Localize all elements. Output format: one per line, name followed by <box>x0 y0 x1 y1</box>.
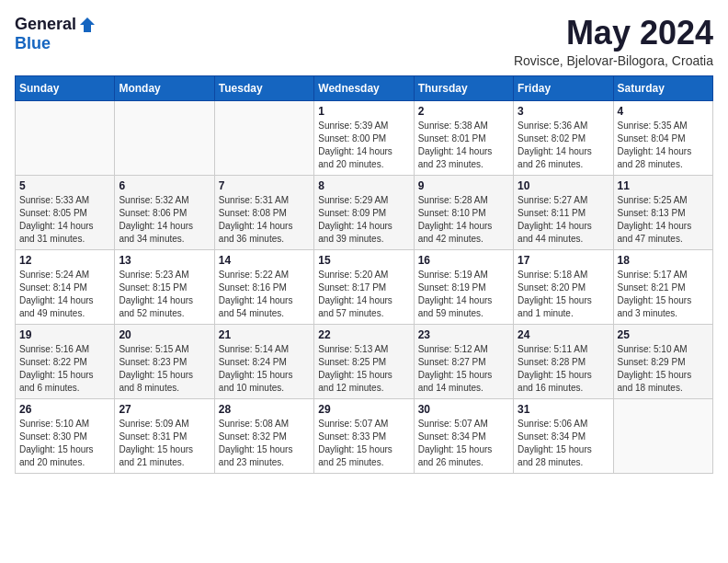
day-info: Sunrise: 5:13 AM Sunset: 8:25 PM Dayligh… <box>318 343 409 395</box>
day-info: Sunrise: 5:20 AM Sunset: 8:17 PM Dayligh… <box>318 269 409 320</box>
day-info: Sunrise: 5:12 AM Sunset: 8:27 PM Dayligh… <box>418 343 509 395</box>
day-number: 18 <box>618 254 709 267</box>
calendar-cell: 1Sunrise: 5:39 AM Sunset: 8:00 PM Daylig… <box>314 100 414 175</box>
calendar-cell: 24Sunrise: 5:11 AM Sunset: 8:28 PM Dayli… <box>514 324 613 398</box>
calendar-cell: 27Sunrise: 5:09 AM Sunset: 8:31 PM Dayli… <box>115 398 214 473</box>
calendar-cell: 31Sunrise: 5:06 AM Sunset: 8:34 PM Dayli… <box>514 398 613 473</box>
day-number: 3 <box>518 105 609 118</box>
day-info: Sunrise: 5:32 AM Sunset: 8:06 PM Dayligh… <box>119 194 210 246</box>
calendar-cell: 7Sunrise: 5:31 AM Sunset: 8:08 PM Daylig… <box>214 175 313 249</box>
svg-marker-0 <box>80 17 95 32</box>
day-number: 15 <box>318 254 409 267</box>
day-info: Sunrise: 5:07 AM Sunset: 8:33 PM Dayligh… <box>318 418 409 469</box>
day-number: 12 <box>19 254 110 267</box>
day-info: Sunrise: 5:39 AM Sunset: 8:00 PM Dayligh… <box>318 120 409 171</box>
day-info: Sunrise: 5:16 AM Sunset: 8:22 PM Dayligh… <box>19 343 110 395</box>
calendar-cell: 29Sunrise: 5:07 AM Sunset: 8:33 PM Dayli… <box>314 398 414 473</box>
day-info: Sunrise: 5:31 AM Sunset: 8:08 PM Dayligh… <box>219 194 310 246</box>
calendar-cell <box>214 100 313 175</box>
day-number: 22 <box>318 328 409 341</box>
day-info: Sunrise: 5:14 AM Sunset: 8:24 PM Dayligh… <box>219 343 310 395</box>
calendar-cell: 12Sunrise: 5:24 AM Sunset: 8:14 PM Dayli… <box>16 249 115 324</box>
day-info: Sunrise: 5:35 AM Sunset: 8:04 PM Dayligh… <box>618 120 709 171</box>
day-info: Sunrise: 5:19 AM Sunset: 8:19 PM Dayligh… <box>418 269 509 320</box>
calendar-cell: 6Sunrise: 5:32 AM Sunset: 8:06 PM Daylig… <box>115 175 214 249</box>
day-number: 27 <box>119 403 210 416</box>
calendar-cell: 16Sunrise: 5:19 AM Sunset: 8:19 PM Dayli… <box>414 249 513 324</box>
calendar-cell: 17Sunrise: 5:18 AM Sunset: 8:20 PM Dayli… <box>514 249 613 324</box>
calendar-week-row: 5Sunrise: 5:33 AM Sunset: 8:05 PM Daylig… <box>16 175 713 249</box>
calendar-cell <box>613 398 712 473</box>
location-text: Rovisce, Bjelovar-Bilogora, Croatia <box>514 53 713 68</box>
day-info: Sunrise: 5:22 AM Sunset: 8:16 PM Dayligh… <box>219 269 310 320</box>
day-number: 31 <box>518 403 609 416</box>
day-number: 5 <box>19 179 110 192</box>
calendar-cell: 26Sunrise: 5:10 AM Sunset: 8:30 PM Dayli… <box>16 398 115 473</box>
calendar-cell: 28Sunrise: 5:08 AM Sunset: 8:32 PM Dayli… <box>214 398 313 473</box>
calendar-cell: 9Sunrise: 5:28 AM Sunset: 8:10 PM Daylig… <box>414 175 513 249</box>
day-number: 24 <box>518 328 609 341</box>
day-info: Sunrise: 5:24 AM Sunset: 8:14 PM Dayligh… <box>19 269 110 320</box>
calendar-cell <box>115 100 214 175</box>
calendar-header-wednesday: Wednesday <box>314 75 414 100</box>
day-number: 25 <box>618 328 709 341</box>
day-number: 9 <box>418 179 509 192</box>
day-number: 23 <box>418 328 509 341</box>
calendar-header-monday: Monday <box>115 75 214 100</box>
day-number: 19 <box>19 328 110 341</box>
day-info: Sunrise: 5:09 AM Sunset: 8:31 PM Dayligh… <box>119 418 210 469</box>
day-info: Sunrise: 5:27 AM Sunset: 8:11 PM Dayligh… <box>518 194 609 246</box>
calendar-cell: 5Sunrise: 5:33 AM Sunset: 8:05 PM Daylig… <box>16 175 115 249</box>
calendar-cell: 21Sunrise: 5:14 AM Sunset: 8:24 PM Dayli… <box>214 324 313 398</box>
calendar-cell: 19Sunrise: 5:16 AM Sunset: 8:22 PM Dayli… <box>16 324 115 398</box>
calendar-cell: 30Sunrise: 5:07 AM Sunset: 8:34 PM Dayli… <box>414 398 513 473</box>
day-number: 28 <box>219 403 310 416</box>
logo: General Blue <box>15 15 97 53</box>
calendar-header-tuesday: Tuesday <box>214 75 313 100</box>
page-header: General Blue May 2024 Rovisce, Bjelovar-… <box>15 15 713 68</box>
day-number: 30 <box>418 403 509 416</box>
day-info: Sunrise: 5:28 AM Sunset: 8:10 PM Dayligh… <box>418 194 509 246</box>
calendar-cell: 15Sunrise: 5:20 AM Sunset: 8:17 PM Dayli… <box>314 249 414 324</box>
calendar-table: SundayMondayTuesdayWednesdayThursdayFrid… <box>15 75 713 474</box>
logo-blue-text: Blue <box>15 34 51 53</box>
logo-icon <box>78 16 97 34</box>
day-number: 10 <box>518 179 609 192</box>
day-number: 29 <box>318 403 409 416</box>
calendar-cell: 13Sunrise: 5:23 AM Sunset: 8:15 PM Dayli… <box>115 249 214 324</box>
day-info: Sunrise: 5:23 AM Sunset: 8:15 PM Dayligh… <box>119 269 210 320</box>
calendar-header-row: SundayMondayTuesdayWednesdayThursdayFrid… <box>16 75 713 100</box>
calendar-cell: 25Sunrise: 5:10 AM Sunset: 8:29 PM Dayli… <box>613 324 712 398</box>
day-number: 2 <box>418 105 509 118</box>
calendar-cell: 3Sunrise: 5:36 AM Sunset: 8:02 PM Daylig… <box>514 100 613 175</box>
day-number: 20 <box>119 328 210 341</box>
calendar-header-saturday: Saturday <box>613 75 712 100</box>
day-info: Sunrise: 5:17 AM Sunset: 8:21 PM Dayligh… <box>618 269 709 320</box>
day-number: 26 <box>19 403 110 416</box>
day-number: 14 <box>219 254 310 267</box>
day-number: 1 <box>318 105 409 118</box>
day-info: Sunrise: 5:38 AM Sunset: 8:01 PM Dayligh… <box>418 120 509 171</box>
day-number: 13 <box>119 254 210 267</box>
day-number: 16 <box>418 254 509 267</box>
calendar-cell <box>16 100 115 175</box>
day-info: Sunrise: 5:07 AM Sunset: 8:34 PM Dayligh… <box>418 418 509 469</box>
calendar-header-thursday: Thursday <box>414 75 513 100</box>
calendar-cell: 23Sunrise: 5:12 AM Sunset: 8:27 PM Dayli… <box>414 324 513 398</box>
logo-general-text: General <box>15 15 76 34</box>
calendar-cell: 14Sunrise: 5:22 AM Sunset: 8:16 PM Dayli… <box>214 249 313 324</box>
calendar-week-row: 26Sunrise: 5:10 AM Sunset: 8:30 PM Dayli… <box>16 398 713 473</box>
calendar-cell: 22Sunrise: 5:13 AM Sunset: 8:25 PM Dayli… <box>314 324 414 398</box>
calendar-cell: 11Sunrise: 5:25 AM Sunset: 8:13 PM Dayli… <box>613 175 712 249</box>
day-info: Sunrise: 5:25 AM Sunset: 8:13 PM Dayligh… <box>618 194 709 246</box>
day-info: Sunrise: 5:10 AM Sunset: 8:30 PM Dayligh… <box>19 418 110 469</box>
day-info: Sunrise: 5:18 AM Sunset: 8:20 PM Dayligh… <box>518 269 609 320</box>
day-number: 11 <box>618 179 709 192</box>
calendar-week-row: 1Sunrise: 5:39 AM Sunset: 8:00 PM Daylig… <box>16 100 713 175</box>
day-info: Sunrise: 5:33 AM Sunset: 8:05 PM Dayligh… <box>19 194 110 246</box>
day-info: Sunrise: 5:06 AM Sunset: 8:34 PM Dayligh… <box>518 418 609 469</box>
calendar-cell: 10Sunrise: 5:27 AM Sunset: 8:11 PM Dayli… <box>514 175 613 249</box>
day-info: Sunrise: 5:08 AM Sunset: 8:32 PM Dayligh… <box>219 418 310 469</box>
day-number: 6 <box>119 179 210 192</box>
calendar-cell: 2Sunrise: 5:38 AM Sunset: 8:01 PM Daylig… <box>414 100 513 175</box>
